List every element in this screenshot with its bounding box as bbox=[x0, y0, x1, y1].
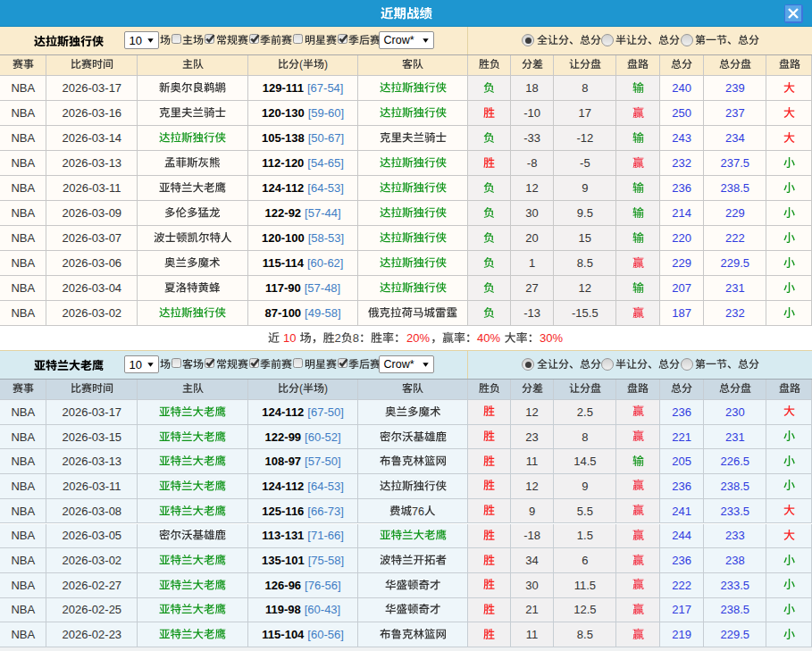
svg-text:): ) bbox=[324, 58, 328, 71]
svg-text:20%: 20% bbox=[406, 331, 430, 345]
svg-text:): ) bbox=[324, 382, 328, 395]
svg-text:10: 10 bbox=[283, 331, 296, 345]
svg-text:76: 76 bbox=[412, 505, 424, 517]
svg-text:30%: 30% bbox=[540, 331, 563, 345]
svg-text:40%: 40% bbox=[477, 331, 500, 345]
svg-text:8: 8 bbox=[353, 331, 359, 345]
svg-text:2: 2 bbox=[335, 331, 341, 345]
svg-text:(: ( bbox=[299, 382, 303, 395]
svg-text:(: ( bbox=[299, 58, 303, 71]
